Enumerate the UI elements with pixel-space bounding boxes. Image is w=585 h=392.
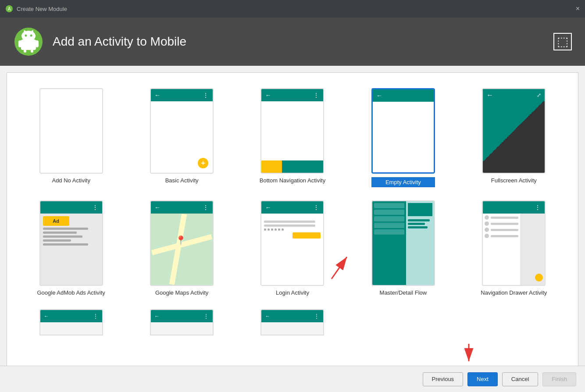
maps-label: Google Maps Activity bbox=[155, 289, 208, 296]
maps-topbar: ← ⋮ bbox=[151, 201, 213, 214]
master-item4 bbox=[374, 223, 405, 228]
main-content: Add No Activity ← ⋮ + Basic Activity ← ⋮ bbox=[7, 72, 578, 384]
titlebar: A Create New Module × bbox=[0, 0, 585, 18]
menu-dots-icon: ⋮ bbox=[92, 204, 99, 211]
drawer-item1 bbox=[485, 215, 518, 220]
android-logo-icon bbox=[13, 26, 44, 57]
bottom-nav-preview: ← ⋮ bbox=[260, 88, 324, 174]
close-button[interactable]: × bbox=[576, 5, 580, 12]
menu-dots-icon: ⋮ bbox=[203, 92, 209, 99]
empty-content bbox=[373, 102, 434, 172]
drawer-panel bbox=[483, 214, 520, 285]
activity-item-maps[interactable]: ← ⋮ 📍 Google Maps Activity bbox=[126, 194, 237, 303]
bottom-nav-label: Bottom Navigation Activity bbox=[260, 177, 325, 184]
activity-item-admob[interactable]: ⋮ Ad Google AdMob Ads Activity bbox=[16, 194, 126, 303]
maps-content: 📍 bbox=[151, 214, 213, 285]
login-dots bbox=[264, 228, 321, 231]
activity-item-bottom-nav[interactable]: ← ⋮ Bottom Navigation Activity bbox=[237, 82, 348, 194]
basic-label: Basic Activity bbox=[165, 177, 199, 184]
activity-item-no-activity[interactable]: Add No Activity bbox=[16, 82, 126, 194]
svg-text:A: A bbox=[8, 7, 11, 11]
partial-back-icon: ← bbox=[44, 313, 49, 319]
dot6 bbox=[282, 228, 284, 231]
bottom-nav-content bbox=[261, 101, 323, 173]
activity-item-partial1[interactable]: ← ⋮ bbox=[16, 303, 126, 342]
activity-item-login[interactable]: ← ⋮ Login Activit bbox=[237, 194, 348, 303]
partial-topbar2: ← ⋮ bbox=[151, 310, 213, 322]
drawer-circle1 bbox=[485, 215, 489, 220]
empty-preview: ← bbox=[371, 88, 435, 174]
no-activity-label: Add No Activity bbox=[52, 177, 90, 184]
bottom-nav-bar bbox=[261, 160, 323, 173]
login-preview: ← ⋮ bbox=[260, 200, 324, 286]
nav-drawer-right bbox=[520, 214, 545, 285]
previous-button[interactable]: Previous bbox=[423, 372, 464, 386]
partial-back-icon: ← bbox=[154, 313, 160, 319]
admob-line4 bbox=[43, 239, 71, 242]
back-arrow-icon: ← bbox=[154, 92, 161, 99]
partial-topbar3: ← ⋮ bbox=[261, 310, 323, 322]
login-topbar: ← ⋮ bbox=[261, 201, 323, 214]
back-arrow-icon: ← bbox=[486, 91, 493, 99]
svg-rect-5 bbox=[35, 40, 39, 47]
activity-item-partial2[interactable]: ← ⋮ bbox=[126, 303, 237, 342]
admob-line5 bbox=[43, 243, 88, 246]
back-arrow-icon: ← bbox=[376, 92, 382, 99]
partial-preview2: ← ⋮ bbox=[150, 309, 214, 335]
next-button[interactable]: Next bbox=[467, 372, 498, 386]
login-label: Login Activity bbox=[276, 289, 309, 296]
svg-rect-6 bbox=[24, 47, 26, 53]
partial-preview3: ← ⋮ bbox=[260, 309, 324, 335]
activity-item-master-detail[interactable]: Master/Detail Flow bbox=[348, 194, 458, 303]
login-button bbox=[292, 232, 321, 239]
expand-icon: ⤢ bbox=[537, 92, 541, 98]
header-left: Add an Activity to Mobile bbox=[13, 26, 186, 57]
titlebar-title: Create New Module bbox=[17, 6, 67, 12]
detail-line2 bbox=[408, 223, 425, 225]
header: Add an Activity to Mobile ⬚ bbox=[0, 18, 585, 66]
admob-banner: Ad bbox=[43, 216, 69, 226]
menu-dots-icon: ⋮ bbox=[313, 92, 320, 99]
nav-drawer-topbar: ⋮ bbox=[483, 201, 545, 214]
nav-drawer-preview: ⋮ bbox=[482, 200, 546, 286]
android-studio-icon: A bbox=[5, 5, 13, 13]
svg-rect-4 bbox=[18, 40, 22, 47]
back-arrow-icon: ← bbox=[265, 204, 271, 211]
activity-item-empty[interactable]: ← Empty Activity bbox=[348, 82, 458, 194]
master-item5 bbox=[374, 229, 405, 235]
partial-menu-icon: ⋮ bbox=[314, 313, 320, 319]
basic-content: + bbox=[151, 101, 213, 173]
svg-point-14 bbox=[32, 30, 33, 32]
activity-item-nav-drawer[interactable]: ⋮ bbox=[459, 194, 569, 303]
admob-preview: ⋮ Ad bbox=[39, 200, 103, 286]
partial-topbar1: ← ⋮ bbox=[40, 310, 102, 322]
activity-item-basic[interactable]: ← ⋮ + Basic Activity bbox=[126, 82, 237, 194]
basic-topbar: ← ⋮ bbox=[151, 89, 213, 101]
empty-activity-wrapper: ← Empty Activity bbox=[371, 88, 435, 187]
bottom-nav-topbar: ← ⋮ bbox=[261, 89, 323, 101]
menu-dots-icon: ⋮ bbox=[313, 204, 320, 211]
cancel-button[interactable]: Cancel bbox=[502, 372, 538, 386]
bottom-bar: Previous Next Cancel Finish bbox=[0, 366, 585, 392]
detail-line3 bbox=[408, 226, 427, 228]
fullscreen-preview: ← ⤢ bbox=[482, 88, 546, 174]
detail-pane bbox=[406, 201, 434, 285]
activity-item-fullscreen[interactable]: ← ⤢ Fullscreen Activity bbox=[459, 82, 569, 194]
nav-drawer-content bbox=[483, 214, 545, 285]
activity-item-partial3[interactable]: ← ⋮ bbox=[237, 303, 348, 342]
admob-topbar: ⋮ bbox=[40, 201, 102, 214]
drawer-line1 bbox=[491, 217, 518, 219]
dot5 bbox=[278, 228, 280, 231]
menu-dots-icon: ⋮ bbox=[535, 204, 541, 211]
fullscreen-topbar: ← ⤢ bbox=[483, 89, 545, 101]
nav-item-2 bbox=[282, 160, 303, 173]
nav-item-3 bbox=[303, 160, 323, 173]
header-title: Add an Activity to Mobile bbox=[53, 35, 186, 49]
drawer-line4 bbox=[491, 235, 518, 237]
drawer-circle3 bbox=[485, 228, 489, 232]
partial-preview1: ← ⋮ bbox=[39, 309, 103, 335]
dot1 bbox=[264, 228, 266, 231]
master-detail-preview bbox=[371, 200, 435, 286]
admob-line3 bbox=[43, 235, 82, 238]
fab-icon: + bbox=[198, 158, 208, 168]
